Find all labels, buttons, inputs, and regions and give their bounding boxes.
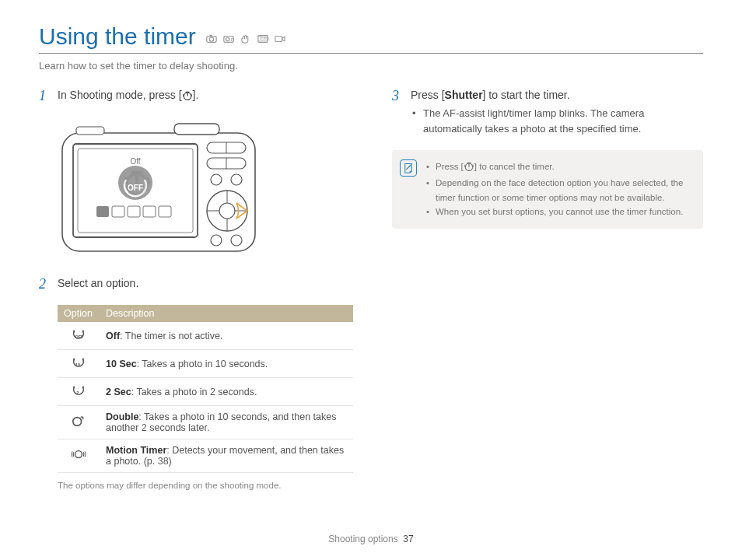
table-row: 10 Sec: Takes a photo in 10 seconds. [58, 350, 353, 378]
opt-desc: : Takes a photo in 10 seconds. [137, 359, 268, 369]
video-icon [274, 33, 286, 47]
step-1: 1 In Shooting mode, press []. [39, 89, 353, 108]
step-2: 2 Select an option. [39, 277, 353, 294]
opt-desc: : Takes a photo in 2 seconds. [131, 387, 257, 397]
tip-item: Press [] to cancel the timer. [426, 159, 692, 176]
timer-10s-icon [58, 350, 100, 378]
timer-icon [182, 90, 193, 103]
table-header-option: Option [58, 305, 100, 322]
step-1-prefix: In Shooting mode, press [ [58, 89, 182, 101]
scene-icon [257, 33, 269, 47]
hand-icon [240, 33, 252, 47]
timer-motion-icon [58, 439, 100, 473]
svg-point-40 [211, 235, 222, 246]
svg-rect-17 [174, 124, 219, 135]
table-footnote: The options may differ depending on the … [58, 481, 353, 490]
page-title: Using the timer [39, 23, 196, 50]
step-3-text: Press [Shutter] to start the timer. [411, 89, 703, 101]
step-3-prefix: Press [ [411, 89, 445, 101]
tip-box: Press [] to cancel the timer. Depending … [392, 150, 703, 229]
tip1-suffix: ] to cancel the timer. [474, 162, 555, 171]
timer-2s-icon [58, 378, 100, 406]
opt-name: 2 Sec [106, 387, 131, 397]
right-column: 3 Press [Shutter] to start the timer. Th… [392, 89, 703, 490]
step-2-number: 2 [39, 277, 50, 294]
intro-text: Learn how to set the timer to delay shoo… [39, 60, 703, 72]
step-3-bullet: The AF-assist light/timer lamp blinks. T… [412, 106, 703, 136]
step-3-number: 3 [392, 89, 403, 136]
opt-desc: : The timer is not active. [120, 331, 222, 341]
page-footer: Shooting options 37 [0, 534, 742, 544]
table-header-description: Description [100, 305, 353, 322]
step-1-number: 1 [39, 89, 50, 108]
timer-off-icon [58, 322, 100, 350]
svg-point-32 [211, 174, 222, 185]
table-row: Motion Timer: Detects your movement, and… [58, 439, 353, 473]
timer-double-icon [58, 406, 100, 439]
note-icon [400, 159, 417, 177]
opt-name: Motion Timer [106, 445, 166, 456]
camera-program-icon [222, 33, 235, 47]
options-table: Option Description Off: The timer is not… [58, 305, 353, 473]
table-row: Off: The timer is not active. [58, 322, 353, 350]
camera-auto-icon [205, 33, 218, 47]
svg-point-35 [219, 203, 235, 219]
opt-desc: : Takes a photo in 10 seconds, and then … [106, 411, 336, 433]
footer-section: Shooting options [328, 534, 397, 544]
camera-illustration: OFF Off [58, 119, 353, 261]
svg-rect-18 [76, 127, 104, 135]
step-3-suffix: ] to start the timer. [483, 89, 570, 101]
timer-icon [464, 161, 474, 176]
svg-point-33 [231, 174, 242, 185]
table-row: Double: Takes a photo in 10 seconds, and… [58, 406, 353, 439]
step-1-text: In Shooting mode, press []. [58, 89, 353, 103]
opt-name: Off [106, 331, 120, 341]
step-1-suffix: ]. [193, 89, 199, 101]
svg-point-41 [231, 235, 242, 246]
footer-page: 37 [403, 534, 413, 544]
opt-name: 10 Sec [106, 359, 137, 369]
title-row: Using the timer [39, 23, 703, 54]
camera-screen-label: Off [130, 157, 140, 166]
step-2-text: Select an option. [58, 277, 353, 289]
tip1-prefix: Press [ [436, 162, 464, 171]
left-column: 1 In Shooting mode, press []. OFF [39, 89, 353, 490]
tip-item: Depending on the face detection option y… [426, 176, 692, 205]
opt-name: Double [106, 411, 138, 422]
step-3: 3 Press [Shutter] to start the timer. Th… [392, 89, 703, 136]
svg-rect-23 [96, 206, 109, 217]
tip-item: When you set burst options, you cannot u… [426, 205, 692, 219]
step-3-bold: Shutter [445, 89, 483, 101]
table-row: 2 Sec: Takes a photo in 2 seconds. [58, 378, 353, 406]
mode-icons [205, 33, 286, 47]
